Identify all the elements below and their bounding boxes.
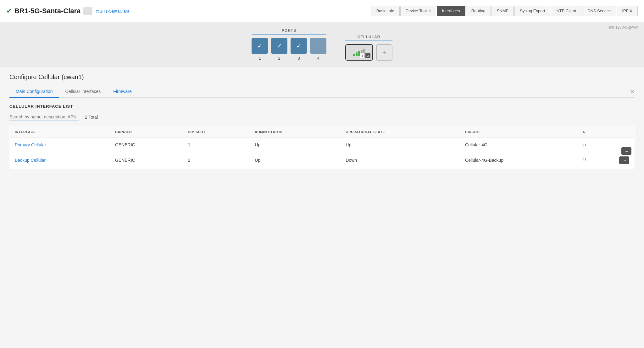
- port-3: ✓ 3: [291, 38, 307, 61]
- device-name: BR1-5G-Santa-Clara: [14, 7, 80, 15]
- tab-device-toolkit[interactable]: Device Toolkit: [400, 6, 436, 16]
- header-row: INTERFACE CARRIER SIM SLOT ADMIN STATUS …: [10, 126, 635, 138]
- port-num-4: 4: [317, 56, 319, 61]
- cell-interface-1: Primary Cellular: [10, 138, 110, 152]
- row-more-button-1[interactable]: ···: [621, 147, 631, 155]
- tab-syslog-export[interactable]: Syslog Export: [514, 6, 550, 16]
- bar-1: [353, 54, 355, 56]
- cell-admin-1: Up: [250, 138, 341, 152]
- tab-snmp[interactable]: SNMP: [491, 6, 514, 16]
- tab-firmware[interactable]: Firmware: [107, 86, 138, 98]
- primary-cellular-link[interactable]: Primary Cellular: [15, 142, 46, 147]
- cellular-section: CELLULAR 1 2 +: [345, 35, 392, 61]
- close-button[interactable]: ✕: [630, 88, 635, 95]
- device-title: ✔ BR1-5G-Santa-Clara ···: [6, 7, 92, 15]
- table-body: Primary Cellular GENERIC 1 Up Up Cellula…: [10, 138, 635, 169]
- device-more-button[interactable]: ···: [83, 7, 92, 15]
- col-operational-state: OPERATIONAL STATE: [341, 126, 460, 138]
- device-diagram: ion 1200-c5g-ww PORTS ✓ 1 ✓ 2: [0, 22, 644, 67]
- table-section-title: CELLULAR INTERFACE LIST: [9, 104, 635, 109]
- tab-ntp-client[interactable]: NTP Client: [551, 6, 581, 16]
- backup-cellular-link[interactable]: Backup Cellular: [15, 158, 46, 163]
- tab-basic-info[interactable]: Basic Info: [371, 6, 400, 16]
- table-row: Primary Cellular GENERIC 1 Up Up Cellula…: [10, 138, 635, 152]
- port-num-1: 1: [258, 56, 261, 61]
- interfaces-table: INTERFACE CARRIER SIM SLOT ADMIN STATUS …: [9, 126, 635, 169]
- device-link[interactable]: @BR1-SantaClara: [96, 9, 130, 14]
- ports-title: PORTS: [252, 28, 326, 35]
- ports-row: ✓ 1 ✓ 2 ✓ 3: [252, 38, 326, 61]
- cell-sim-1: 1: [183, 138, 250, 152]
- cell-admin-2: Up: [250, 152, 341, 169]
- table-row: Backup Cellular GENERIC 2 Up Down Cellul…: [10, 152, 635, 169]
- configure-title: Configure Cellular (cwan1): [9, 73, 635, 81]
- total-count: 2 Total: [85, 115, 98, 120]
- cellular-row: 1 2 +: [345, 44, 392, 61]
- cell-circuit-1: Cellular-4G: [460, 138, 577, 152]
- diagram-inner: PORTS ✓ 1 ✓ 2 ✓: [13, 28, 631, 61]
- port-1: ✓ 1: [252, 38, 268, 61]
- sim-badge-1: 1: [360, 53, 365, 58]
- status-icon: ✔: [6, 7, 12, 15]
- table-wrapper: INTERFACE CARRIER SIM SLOT ADMIN STATUS …: [9, 126, 635, 169]
- tab-dns-service[interactable]: DNS Service: [582, 6, 616, 16]
- cellular-module-1[interactable]: 1 2: [345, 44, 373, 61]
- tab-interfaces[interactable]: Interfaces: [437, 6, 465, 16]
- sub-tabs: Main Configuration Cellular Interfaces F…: [9, 86, 635, 98]
- col-interface: INTERFACE: [10, 126, 110, 138]
- row-more-button-2[interactable]: ···: [619, 156, 629, 164]
- main-nav: Basic Info Device Toolkit Interfaces Rou…: [371, 6, 638, 16]
- table-controls: 2 Total: [9, 113, 635, 121]
- cell-interface-2: Backup Cellular: [10, 152, 110, 169]
- port-check-1: ✓: [257, 42, 263, 50]
- port-2: ✓ 2: [271, 38, 287, 61]
- port-box-4[interactable]: [310, 38, 326, 54]
- main-content: Configure Cellular (cwan1) Main Configur…: [0, 67, 644, 175]
- ports-section: PORTS ✓ 1 ✓ 2 ✓: [252, 28, 326, 61]
- cellular-title: CELLULAR: [345, 35, 392, 41]
- cell-op-1: Up: [341, 138, 460, 152]
- table-header: INTERFACE CARRIER SIM SLOT ADMIN STATUS …: [10, 126, 635, 138]
- search-input[interactable]: [9, 113, 79, 121]
- cell-sim-2: 2: [183, 152, 250, 169]
- app-header: ✔ BR1-5G-Santa-Clara ··· @BR1-SantaClara…: [0, 0, 644, 22]
- tab-routing[interactable]: Routing: [466, 6, 491, 16]
- cell-op-2: Down: [341, 152, 460, 169]
- port-box-1[interactable]: ✓: [252, 38, 268, 54]
- port-check-2: ✓: [277, 42, 282, 50]
- bar-2: [356, 52, 358, 56]
- sim-badges: 1 2: [360, 53, 370, 58]
- tab-ipfix[interactable]: IPFIX: [617, 6, 638, 16]
- port-box-3[interactable]: ✓: [291, 38, 307, 54]
- col-carrier: CARRIER: [110, 126, 183, 138]
- port-num-3: 3: [297, 56, 300, 61]
- header-left: ✔ BR1-5G-Santa-Clara ··· @BR1-SantaClara: [6, 7, 129, 15]
- tab-main-configuration[interactable]: Main Configuration: [9, 86, 59, 98]
- tab-cellular-interfaces[interactable]: Cellular Interfaces: [59, 86, 107, 98]
- cell-circuit-2: Cellular-4G-Backup: [460, 152, 577, 169]
- add-cellular-button[interactable]: +: [376, 44, 392, 61]
- port-4: 4: [310, 38, 326, 61]
- port-check-3: ✓: [296, 42, 302, 50]
- port-box-2[interactable]: ✓: [271, 38, 287, 54]
- cell-carrier-2: GENERIC: [110, 152, 183, 169]
- col-admin-status: ADMIN STATUS: [250, 126, 341, 138]
- port-num-2: 2: [278, 56, 280, 61]
- cell-carrier-1: GENERIC: [110, 138, 183, 152]
- col-circuit: CIRCUIT: [460, 126, 577, 138]
- col-extra: A: [577, 126, 635, 138]
- device-model-label: ion 1200-c5g-ww: [609, 25, 638, 30]
- sim-badge-2: 2: [365, 53, 370, 58]
- col-sim-slot: SIM SLOT: [183, 126, 250, 138]
